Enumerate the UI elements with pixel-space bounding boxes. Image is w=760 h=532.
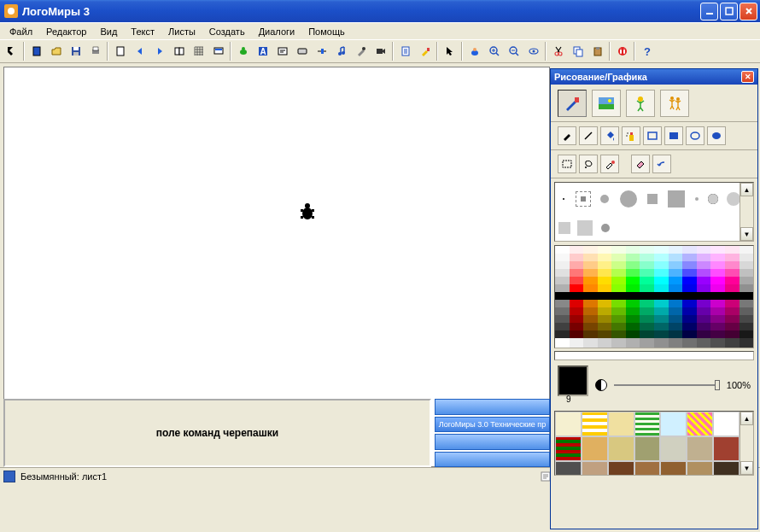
palette-cell[interactable] (682, 254, 697, 261)
palette-cell[interactable] (682, 323, 697, 330)
gray-cell[interactable] (598, 338, 612, 348)
tab-clipart-icon[interactable] (660, 90, 689, 117)
tool-help-icon[interactable]: ? (637, 42, 657, 61)
palette-cell[interactable] (583, 307, 598, 315)
pattern-cell[interactable] (608, 412, 634, 436)
tool-record-icon[interactable] (351, 42, 371, 61)
palette-cell[interactable] (570, 246, 584, 254)
palette-cell[interactable] (570, 307, 584, 315)
palette-cell[interactable] (640, 254, 654, 261)
palette-cell[interactable] (682, 277, 697, 284)
tool-page-dup-icon[interactable] (169, 42, 189, 61)
palette-cell[interactable] (669, 330, 683, 338)
tool-slider-icon[interactable] (312, 42, 331, 61)
palette-cell[interactable] (725, 277, 740, 284)
palette-cell[interactable] (570, 269, 584, 277)
palette-cell[interactable] (654, 269, 669, 277)
palette-cell[interactable] (654, 284, 669, 292)
palette-cell[interactable] (669, 261, 683, 269)
pattern-cell[interactable] (660, 461, 687, 476)
dtool-oval-icon[interactable] (686, 126, 704, 145)
tool-eye-icon[interactable] (523, 42, 543, 61)
palette-cell[interactable] (626, 292, 640, 300)
palette-cell[interactable] (598, 315, 612, 323)
palette-cell[interactable] (669, 254, 683, 261)
palette-cell[interactable] (640, 277, 654, 284)
tool-paste-icon[interactable] (588, 42, 607, 61)
tool-print-icon[interactable] (85, 42, 105, 61)
gray-cell[interactable] (626, 338, 640, 348)
dtool-rect-fill-icon[interactable] (664, 126, 683, 145)
palette-cell[interactable] (669, 300, 683, 307)
palette-cell[interactable] (555, 315, 570, 323)
palette-cell[interactable] (697, 315, 711, 323)
palette-cell[interactable] (611, 330, 626, 338)
palette-cell[interactable] (682, 292, 697, 300)
tool-save-icon[interactable] (66, 42, 85, 61)
palette-cell[interactable] (682, 269, 697, 277)
palette-cell[interactable] (710, 315, 725, 323)
palette-cell[interactable] (740, 323, 754, 330)
palette-cell[interactable] (598, 330, 612, 338)
side-row-banner[interactable]: ЛогоМиры 3.0 Технические пр (435, 417, 550, 433)
palette-cell[interactable] (669, 284, 683, 292)
palette-cell[interactable] (611, 246, 626, 254)
palette-cell[interactable] (654, 300, 669, 307)
side-row-4[interactable] (435, 452, 550, 468)
palette-cell[interactable] (669, 323, 683, 330)
palette-cell[interactable] (611, 300, 626, 307)
palette-cell[interactable] (570, 323, 584, 330)
palette-cell[interactable] (654, 323, 669, 330)
menu-text[interactable]: Текст (125, 25, 161, 38)
tool-presentation-icon[interactable] (208, 42, 228, 61)
palette-cell[interactable] (626, 330, 640, 338)
menu-help[interactable]: Помощь (302, 25, 351, 38)
gray-cell[interactable] (697, 338, 711, 348)
drawing-panel-close-icon[interactable]: ✕ (741, 71, 754, 83)
side-row-1[interactable] (435, 399, 550, 415)
palette-cell[interactable] (598, 323, 612, 330)
palette-cell[interactable] (710, 277, 725, 284)
palette-cell[interactable] (555, 269, 570, 277)
tool-page-next-icon[interactable] (149, 42, 169, 61)
palette-cell[interactable] (598, 246, 612, 254)
menu-sheets[interactable]: Листы (162, 25, 202, 38)
palette-cell[interactable] (697, 284, 711, 292)
palette-cell[interactable] (626, 323, 640, 330)
palette-cell[interactable] (725, 307, 740, 315)
palette-cell[interactable] (611, 292, 626, 300)
palette-cell[interactable] (598, 300, 612, 307)
palette-cell[interactable] (626, 269, 640, 277)
gray-cell[interactable] (654, 338, 669, 348)
palette-cell[interactable] (654, 246, 669, 254)
tool-page-prev-icon[interactable] (130, 42, 149, 61)
palette-cell[interactable] (611, 261, 626, 269)
palette-cell[interactable] (710, 323, 725, 330)
palette-cell[interactable] (697, 292, 711, 300)
tool-zoom-in-icon[interactable] (484, 42, 504, 61)
dtool-pencil-icon[interactable] (558, 126, 576, 145)
dtool-spray-icon[interactable] (622, 126, 640, 145)
palette-cell[interactable] (725, 323, 740, 330)
palette-cell[interactable] (583, 277, 598, 284)
gray-cell[interactable] (570, 338, 584, 348)
dtool-line-icon[interactable] (579, 126, 598, 145)
palette-cell[interactable] (725, 284, 740, 292)
palette-cell[interactable] (669, 269, 683, 277)
tab-shapes-icon[interactable] (626, 90, 655, 117)
tool-paint-icon[interactable] (415, 42, 435, 61)
palette-cell[interactable] (626, 277, 640, 284)
dtool-select-icon[interactable] (558, 155, 576, 173)
tool-arrow-icon[interactable] (2, 42, 21, 61)
palette-cell[interactable] (710, 284, 725, 292)
palette-cell[interactable] (697, 261, 711, 269)
palette-cell[interactable] (740, 277, 754, 284)
tool-text-icon[interactable]: A (253, 42, 272, 61)
tool-grid-icon[interactable] (189, 42, 208, 61)
palette-cell[interactable] (682, 330, 697, 338)
palette-cell[interactable] (740, 254, 754, 261)
palette-cell[interactable] (640, 261, 654, 269)
palette-cell[interactable] (555, 300, 570, 307)
palette-cell[interactable] (710, 307, 725, 315)
palette-cell[interactable] (740, 315, 754, 323)
